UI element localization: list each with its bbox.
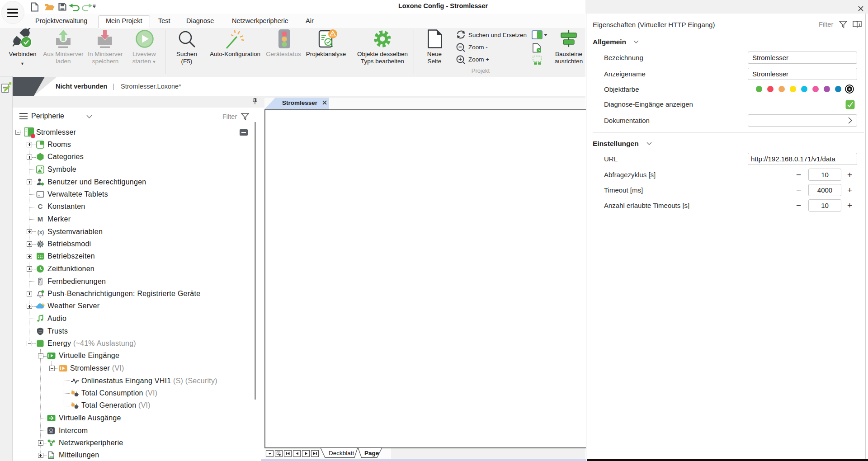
svg-text:LOG: LOG xyxy=(48,456,54,458)
svg-text:i: i xyxy=(859,23,860,27)
svg-text:(x): (x) xyxy=(38,229,44,235)
svg-text:C: C xyxy=(38,202,43,210)
svg-text:M: M xyxy=(38,215,43,223)
